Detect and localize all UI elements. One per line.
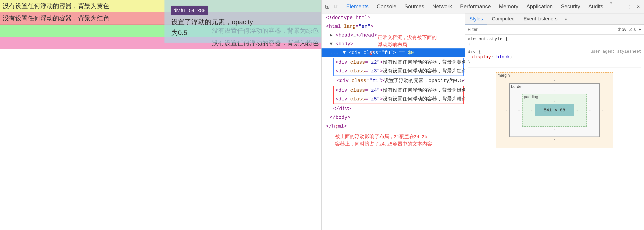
dom-line-z3[interactable]: <div class="z3">没有设置任何浮动的容器，背景为红色</div> xyxy=(334,67,464,76)
margin-right-value: - xyxy=(602,108,604,112)
css-rule-element-style: element.style { } xyxy=(468,36,641,47)
box-padding: padding - - 541 × 88 - xyxy=(522,94,587,127)
inspect-icon[interactable] xyxy=(323,3,332,11)
tab-sources[interactable]: Sources xyxy=(400,0,428,13)
dom-line-z5[interactable]: <div class="z5">没有设置任何浮动的容器，背景为粉色</div> xyxy=(334,95,464,104)
border-top-value: - xyxy=(518,89,591,93)
padding-top-value: - xyxy=(530,99,578,104)
border-label: border xyxy=(511,84,523,89)
box-content: 541 × 88 xyxy=(535,104,574,116)
dom-line-body[interactable]: ▼ <body> xyxy=(322,40,465,48)
devtools-panel: Elements Console Sources Network Perform… xyxy=(321,0,644,230)
dom-line-close-div[interactable]: </div> xyxy=(322,104,465,113)
styles-content: element.style { } div { user agent style… xyxy=(465,34,644,230)
css-rule-div-header: div { user agent stylesheet xyxy=(468,49,641,54)
float-label-line2: 为0.5 xyxy=(171,27,314,38)
toolbar-end-icons: ⋮ ✕ xyxy=(625,3,642,11)
dom-line-z1[interactable]: <div class="z1">设置了浮动的元素，opacity为0.5</di… xyxy=(322,76,465,85)
device-icon[interactable] xyxy=(332,3,340,11)
css-selector-element: element.style { xyxy=(468,36,641,42)
margin-bottom-value: - xyxy=(505,138,604,142)
dom-line-doctype[interactable]: <!doctype html> xyxy=(322,14,465,22)
margin-left-value: - xyxy=(505,108,508,112)
css-source-label: user agent stylesheet xyxy=(590,49,641,54)
filter-input[interactable] xyxy=(468,27,615,32)
float-label-line1: 设置了浮动的元素，opacity xyxy=(171,16,314,27)
css-selector-div: div { xyxy=(468,49,481,54)
tab-styles[interactable]: Styles xyxy=(465,14,487,24)
padding-left-value: - xyxy=(530,108,533,112)
elements-panel: <!doctype html> <html lang="en"> ▶ <head… xyxy=(322,14,465,230)
svg-point-3 xyxy=(336,8,336,8)
more-tabs-button[interactable]: » xyxy=(607,0,614,13)
border-bottom-value: - xyxy=(518,127,591,132)
dom-line-div-fu[interactable]: ... ▼ <div class="fu"> == $0 xyxy=(322,48,465,57)
box-model: margin - - border - - xyxy=(496,72,613,148)
dom-line-html[interactable]: <html lang="en"> xyxy=(322,22,465,31)
padding-right-value: - xyxy=(576,108,578,112)
tab-computed[interactable]: Computed xyxy=(487,14,519,24)
padding-label: padding xyxy=(524,94,538,99)
dom-line-z4[interactable]: <div class="z4">没有设置任何浮动的容器，背景为绿色</div> xyxy=(334,86,464,95)
tooltip-badge: div.fu 541×88 xyxy=(171,6,208,15)
tab-event-listeners[interactable]: Event Listeners xyxy=(519,14,562,24)
margin-top-value: - xyxy=(505,78,604,83)
css-rule-div: div { user agent stylesheet display: blo… xyxy=(468,49,641,65)
devtools-body: <!doctype html> <html lang="en"> ▶ <head… xyxy=(322,14,644,230)
close-devtools-icon[interactable]: ✕ xyxy=(634,3,642,11)
tab-network[interactable]: Network xyxy=(428,0,456,13)
styles-panel: Styles Computed Event Listeners » :hov .… xyxy=(465,14,644,230)
preview-float-overlay: div.fu 541×88 设置了浮动的元素，opacity 为0.5 xyxy=(164,0,321,42)
devtools-toolbar: Elements Console Sources Network Perform… xyxy=(322,0,644,14)
tab-memory[interactable]: Memory xyxy=(495,0,522,13)
box-margin: margin - - border - - xyxy=(496,72,613,148)
devtools-tabs: Elements Console Sources Network Perform… xyxy=(342,0,625,13)
add-style-button[interactable]: + xyxy=(638,27,641,32)
tab-elements[interactable]: Elements xyxy=(342,0,373,13)
styles-more-tabs[interactable]: » xyxy=(562,14,570,24)
margin-label: margin xyxy=(498,73,510,78)
box-padding-row: - 541 × 88 - xyxy=(530,104,578,116)
tab-application[interactable]: Application xyxy=(522,0,556,13)
tab-audits[interactable]: Audits xyxy=(584,0,607,13)
filter-cls-button[interactable]: .cls xyxy=(629,27,636,32)
box-border: border - - padding - - xyxy=(509,84,600,137)
tab-console[interactable]: Console xyxy=(373,0,400,13)
dom-line-close-html[interactable]: </html> xyxy=(322,122,465,131)
border-left-value: - xyxy=(518,108,520,112)
blue-highlight-group: <div class="z2">没有设置任何浮动的容器，背景为黄色</div> … xyxy=(333,58,464,76)
css-close-brace-1: } xyxy=(468,42,641,47)
red-highlight-group: <div class="z4">没有设置任何浮动的容器，背景为绿色</div> … xyxy=(333,86,464,104)
svg-rect-2 xyxy=(337,6,338,8)
tab-performance[interactable]: Performance xyxy=(456,0,495,13)
css-property-display: display: block; xyxy=(468,54,641,60)
box-margin-row: - border - - padding - xyxy=(505,84,604,137)
border-right-value: - xyxy=(589,108,591,112)
styles-filter-bar: :hov .cls + xyxy=(465,25,644,34)
filter-hov-button[interactable]: :hov xyxy=(618,27,626,32)
css-close-brace-2: } xyxy=(468,60,641,65)
box-model-container: margin - - border - - xyxy=(468,68,641,153)
toolbar-icons xyxy=(323,3,340,11)
padding-bottom-value: - xyxy=(530,117,578,121)
dom-line-head[interactable]: ▶ <head>…</head> xyxy=(322,31,465,40)
tab-security[interactable]: Security xyxy=(557,0,584,13)
styles-tabs: Styles Computed Event Listeners » xyxy=(465,14,644,25)
preview-area: 没有设置任何浮动的容器，背景为黄色 没有设置任何浮动的容器，背景为红色 没有设置… xyxy=(0,0,321,230)
kebab-menu-icon[interactable]: ⋮ xyxy=(625,3,633,11)
dom-line-close-body[interactable]: </body> xyxy=(322,113,465,122)
dom-line-z2[interactable]: <div class="z2">没有设置任何浮动的容器，背景为黄色</div> xyxy=(334,58,464,67)
box-border-row: - padding - - 541 × 88 xyxy=(518,94,591,127)
